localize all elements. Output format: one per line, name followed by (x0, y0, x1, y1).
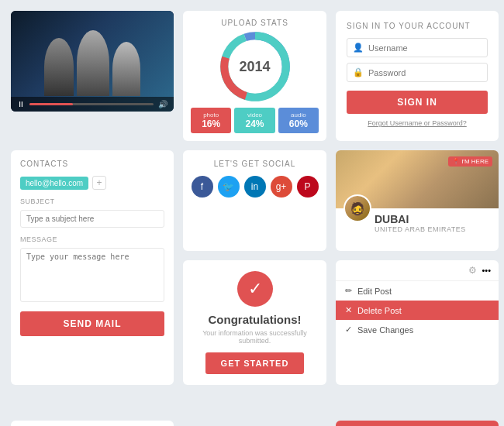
lock-icon: 🔒 (353, 67, 364, 77)
figure-center (77, 30, 109, 96)
subject-input[interactable] (20, 210, 164, 228)
figure-right (112, 42, 140, 96)
signin-card: SIGN IN TO YOUR ACCOUNT 👤 🔒 SIGN IN Forg… (336, 11, 499, 141)
contact-card: CONTACTS hello@hello.com + SUBJECT MESSA… (11, 150, 174, 385)
subject-label: SUBJECT (20, 198, 164, 205)
stat-audio: audio 60% (278, 108, 319, 133)
stat-video: video 24% (234, 108, 274, 133)
video-controls: ⏸ 🔊 (11, 97, 174, 112)
menu-dots[interactable]: ••• (482, 266, 491, 275)
social-icons-group: f 🐦 in g+ P (192, 176, 319, 198)
signin-button[interactable]: SIGN IN (347, 91, 488, 114)
add-contact-button[interactable]: + (92, 176, 106, 190)
location-city: DUBAI (375, 213, 491, 225)
social-title: LET'S GET SOCIAL (214, 160, 296, 168)
password-field-wrap: 🔒 (347, 63, 488, 82)
donut-center-value: 2014 (239, 59, 270, 75)
checkmark-icon: ✓ (237, 271, 273, 307)
email-tag: hello@hello.com (20, 177, 88, 190)
menu-top-bar: ⚙ ••• (336, 260, 499, 281)
congrats-title: Congratulations! (209, 313, 302, 326)
send-mail-button[interactable]: SEND MAIL (20, 311, 164, 336)
pinterest-icon[interactable]: P (297, 176, 319, 198)
pause-icon[interactable]: ⏸ (17, 100, 25, 108)
edit-icon: ✏ (345, 286, 352, 296)
signin-title: SIGN IN TO YOUR ACCOUNT (347, 22, 488, 30)
video-figures (44, 26, 140, 96)
edit-post-item[interactable]: ✏ Edit Post (336, 281, 499, 301)
video-card: ⏸ 🔊 (11, 11, 174, 112)
location-country: UNITED ARAB EMIRATES (375, 225, 491, 233)
location-info: 🧔 DUBAI UNITED ARAB EMIRATES (336, 208, 499, 238)
message-label: MESSAGE (20, 235, 164, 243)
pin-icon: 📍 (452, 158, 460, 165)
delete-post-item[interactable]: ✕ Delete Post (336, 301, 499, 320)
delete-icon: ✕ (345, 305, 352, 315)
forgot-password-link[interactable]: Forgot Username or Password? (347, 119, 488, 127)
save-changes-label: Save Changes (357, 325, 413, 335)
upload-stats-card: UPLOAD STATS 2014 photo 16% video 24% au… (183, 11, 326, 141)
user-icon: 👤 (353, 43, 364, 53)
stat-photo-label: photo (193, 112, 229, 119)
checkmark-small-icon: ✓ (345, 325, 352, 335)
stats-title: UPLOAD STATS (221, 19, 288, 27)
stat-video-label: video (236, 112, 272, 119)
stats-bars: photo 16% video 24% audio 60% (191, 108, 319, 133)
contacts-title: CONTACTS (20, 160, 164, 168)
location-card: 📍 I'M HERE 🧔 DUBAI UNITED ARAB EMIRATES (336, 150, 499, 251)
twitter-icon[interactable]: 🐦 (218, 176, 240, 198)
stat-audio-label: audio (281, 112, 316, 119)
message-input[interactable] (20, 248, 164, 302)
im-here-badge: 📍 I'M HERE (448, 156, 492, 167)
username-input[interactable] (368, 43, 482, 53)
stat-photo: photo 16% (191, 108, 231, 133)
profile-card: 🧔 HUGH JACKMAN 12,354 Followers 💬 23 👁 2… (11, 421, 174, 426)
video-progress-bar[interactable] (29, 103, 154, 105)
video-progress-fill (29, 103, 73, 105)
donut-chart: 2014 (220, 32, 290, 101)
password-input[interactable] (368, 68, 482, 77)
linkedin-icon[interactable]: in (244, 176, 266, 198)
congrats-subtitle: Your information was successfully submit… (192, 329, 317, 345)
edit-post-label: Edit Post (357, 287, 392, 296)
facebook-icon[interactable]: f (192, 176, 213, 198)
context-menu-card: ⚙ ••• ✏ Edit Post ✕ Delete Post ✓ Save C… (336, 260, 499, 385)
congratulations-card: ✓ Congratulations! Your information was … (183, 260, 326, 385)
username-field-wrap: 👤 (347, 38, 488, 57)
social-card: LET'S GET SOCIAL f 🐦 in g+ P (183, 150, 326, 251)
weather-card: 42° 🌤 Thursday 14 August (336, 421, 499, 426)
figure-left (44, 38, 74, 96)
googleplus-icon[interactable]: g+ (271, 176, 292, 198)
location-avatar: 🧔 (343, 194, 371, 222)
volume-icon[interactable]: 🔊 (158, 100, 167, 108)
email-tags-wrap: hello@hello.com + (20, 176, 164, 190)
gear-icon[interactable]: ⚙ (468, 265, 477, 276)
stat-audio-pct: 60% (281, 119, 316, 129)
stat-photo-pct: 16% (193, 119, 229, 129)
delete-post-label: Delete Post (357, 306, 402, 315)
save-changes-item[interactable]: ✓ Save Changes (336, 320, 499, 339)
get-started-button[interactable]: GET STARTED (205, 352, 305, 374)
stat-video-pct: 24% (236, 119, 272, 129)
